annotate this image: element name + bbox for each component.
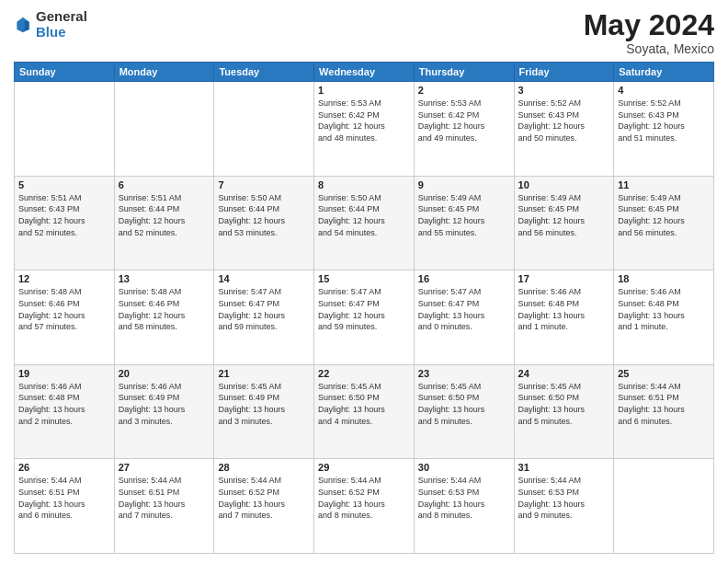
cell-content: Sunrise: 5:52 AMSunset: 6:43 PMDaylight:… [618, 98, 710, 144]
cell-content: Sunrise: 5:44 AMSunset: 6:53 PMDaylight:… [418, 475, 510, 521]
calendar-cell: 10Sunrise: 5:49 AMSunset: 6:45 PMDayligh… [514, 176, 614, 270]
day-number: 13 [119, 273, 210, 284]
calendar-cell: 15Sunrise: 5:47 AMSunset: 6:47 PMDayligh… [314, 270, 415, 365]
calendar-cell: 20Sunrise: 5:46 AMSunset: 6:49 PMDayligh… [114, 364, 214, 459]
logo-icon [14, 16, 32, 34]
cell-content: Sunrise: 5:45 AMSunset: 6:50 PMDaylight:… [318, 381, 410, 427]
cell-content: Sunrise: 5:47 AMSunset: 6:47 PMDaylight:… [218, 286, 310, 332]
calendar-cell: 30Sunrise: 5:44 AMSunset: 6:53 PMDayligh… [414, 459, 514, 554]
cell-content: Sunrise: 5:47 AMSunset: 6:47 PMDaylight:… [418, 286, 510, 332]
calendar-cell: 25Sunrise: 5:44 AMSunset: 6:51 PMDayligh… [614, 364, 714, 459]
calendar-cell: 21Sunrise: 5:45 AMSunset: 6:49 PMDayligh… [214, 364, 314, 459]
cell-content: Sunrise: 5:53 AMSunset: 6:42 PMDaylight:… [318, 98, 410, 144]
day-number: 24 [518, 368, 610, 379]
calendar-cell: 12Sunrise: 5:48 AMSunset: 6:46 PMDayligh… [15, 270, 115, 365]
calendar-week-row: 1Sunrise: 5:53 AMSunset: 6:42 PMDaylight… [15, 82, 714, 177]
cell-content: Sunrise: 5:48 AMSunset: 6:46 PMDaylight:… [18, 286, 110, 332]
day-number: 14 [218, 273, 310, 284]
calendar-cell: 1Sunrise: 5:53 AMSunset: 6:42 PMDaylight… [314, 82, 415, 177]
day-number: 6 [119, 179, 210, 190]
calendar-cell [114, 82, 214, 177]
cell-content: Sunrise: 5:49 AMSunset: 6:45 PMDaylight:… [518, 192, 610, 238]
day-number: 29 [318, 462, 410, 473]
calendar-cell: 24Sunrise: 5:45 AMSunset: 6:50 PMDayligh… [514, 364, 614, 459]
calendar-cell: 8Sunrise: 5:50 AMSunset: 6:44 PMDaylight… [314, 176, 415, 270]
cell-content: Sunrise: 5:53 AMSunset: 6:42 PMDaylight:… [418, 98, 510, 144]
calendar-cell: 22Sunrise: 5:45 AMSunset: 6:50 PMDayligh… [314, 364, 415, 459]
cell-content: Sunrise: 5:50 AMSunset: 6:44 PMDaylight:… [218, 192, 310, 238]
cell-content: Sunrise: 5:46 AMSunset: 6:49 PMDaylight:… [119, 381, 210, 427]
calendar-cell: 29Sunrise: 5:44 AMSunset: 6:52 PMDayligh… [314, 459, 415, 554]
cell-content: Sunrise: 5:44 AMSunset: 6:51 PMDaylight:… [618, 381, 710, 427]
cell-content: Sunrise: 5:46 AMSunset: 6:48 PMDaylight:… [18, 381, 110, 427]
cell-content: Sunrise: 5:49 AMSunset: 6:45 PMDaylight:… [418, 192, 510, 238]
cell-content: Sunrise: 5:49 AMSunset: 6:45 PMDaylight:… [618, 192, 710, 238]
calendar-cell: 4Sunrise: 5:52 AMSunset: 6:43 PMDaylight… [614, 82, 714, 177]
calendar-week-row: 5Sunrise: 5:51 AMSunset: 6:43 PMDaylight… [15, 176, 714, 270]
day-number: 26 [18, 462, 110, 473]
calendar-cell: 17Sunrise: 5:46 AMSunset: 6:48 PMDayligh… [514, 270, 614, 365]
day-number: 27 [119, 462, 210, 473]
logo: General Blue [14, 9, 87, 40]
day-number: 20 [119, 368, 210, 379]
cell-content: Sunrise: 5:44 AMSunset: 6:51 PMDaylight:… [18, 475, 110, 521]
cell-content: Sunrise: 5:51 AMSunset: 6:43 PMDaylight:… [18, 192, 110, 238]
day-number: 2 [418, 85, 510, 96]
day-number: 22 [318, 368, 410, 379]
calendar-cell: 23Sunrise: 5:45 AMSunset: 6:50 PMDayligh… [414, 364, 514, 459]
calendar-cell: 5Sunrise: 5:51 AMSunset: 6:43 PMDaylight… [15, 176, 115, 270]
day-number: 9 [418, 179, 510, 190]
cell-content: Sunrise: 5:44 AMSunset: 6:52 PMDaylight:… [318, 475, 410, 521]
day-number: 17 [518, 273, 610, 284]
calendar-cell [15, 82, 115, 177]
day-number: 3 [518, 85, 610, 96]
cell-content: Sunrise: 5:48 AMSunset: 6:46 PMDaylight:… [119, 286, 210, 332]
cell-content: Sunrise: 5:47 AMSunset: 6:47 PMDaylight:… [318, 286, 410, 332]
col-wednesday: Wednesday [314, 63, 415, 82]
calendar-cell: 31Sunrise: 5:44 AMSunset: 6:53 PMDayligh… [514, 459, 614, 554]
day-number: 30 [418, 462, 510, 473]
page: General Blue May 2024 Soyata, Mexico Sun… [0, 0, 728, 563]
calendar-title: May 2024 [584, 9, 714, 41]
title-block: May 2024 Soyata, Mexico [584, 9, 714, 56]
col-sunday: Sunday [15, 63, 115, 82]
cell-content: Sunrise: 5:46 AMSunset: 6:48 PMDaylight:… [618, 286, 710, 332]
cell-content: Sunrise: 5:50 AMSunset: 6:44 PMDaylight:… [318, 192, 410, 238]
day-number: 18 [618, 273, 710, 284]
day-number: 21 [218, 368, 310, 379]
day-number: 19 [18, 368, 110, 379]
day-number: 15 [318, 273, 410, 284]
day-number: 28 [218, 462, 310, 473]
calendar-cell [614, 459, 714, 554]
header: General Blue May 2024 Soyata, Mexico [14, 9, 714, 56]
calendar-cell: 18Sunrise: 5:46 AMSunset: 6:48 PMDayligh… [614, 270, 714, 365]
day-number: 5 [18, 179, 110, 190]
day-number: 16 [418, 273, 510, 284]
calendar-header-row: Sunday Monday Tuesday Wednesday Thursday… [15, 63, 714, 82]
calendar-cell: 14Sunrise: 5:47 AMSunset: 6:47 PMDayligh… [214, 270, 314, 365]
calendar-cell: 3Sunrise: 5:52 AMSunset: 6:43 PMDaylight… [514, 82, 614, 177]
calendar-week-row: 26Sunrise: 5:44 AMSunset: 6:51 PMDayligh… [15, 459, 714, 554]
col-friday: Friday [514, 63, 614, 82]
day-number: 7 [218, 179, 310, 190]
calendar-cell: 7Sunrise: 5:50 AMSunset: 6:44 PMDaylight… [214, 176, 314, 270]
day-number: 1 [318, 85, 410, 96]
logo-text: General Blue [36, 9, 87, 40]
day-number: 4 [618, 85, 710, 96]
calendar-location: Soyata, Mexico [584, 41, 714, 56]
calendar-cell: 16Sunrise: 5:47 AMSunset: 6:47 PMDayligh… [414, 270, 514, 365]
cell-content: Sunrise: 5:44 AMSunset: 6:51 PMDaylight:… [119, 475, 210, 521]
day-number: 31 [518, 462, 610, 473]
calendar-cell: 11Sunrise: 5:49 AMSunset: 6:45 PMDayligh… [614, 176, 714, 270]
col-thursday: Thursday [414, 63, 514, 82]
calendar-cell: 28Sunrise: 5:44 AMSunset: 6:52 PMDayligh… [214, 459, 314, 554]
col-saturday: Saturday [614, 63, 714, 82]
calendar-week-row: 19Sunrise: 5:46 AMSunset: 6:48 PMDayligh… [15, 364, 714, 459]
day-number: 23 [418, 368, 510, 379]
cell-content: Sunrise: 5:44 AMSunset: 6:53 PMDaylight:… [518, 475, 610, 521]
day-number: 25 [618, 368, 710, 379]
calendar-cell: 19Sunrise: 5:46 AMSunset: 6:48 PMDayligh… [15, 364, 115, 459]
calendar-table: Sunday Monday Tuesday Wednesday Thursday… [14, 62, 714, 554]
logo-blue-label: Blue [36, 25, 87, 40]
cell-content: Sunrise: 5:51 AMSunset: 6:44 PMDaylight:… [119, 192, 210, 238]
